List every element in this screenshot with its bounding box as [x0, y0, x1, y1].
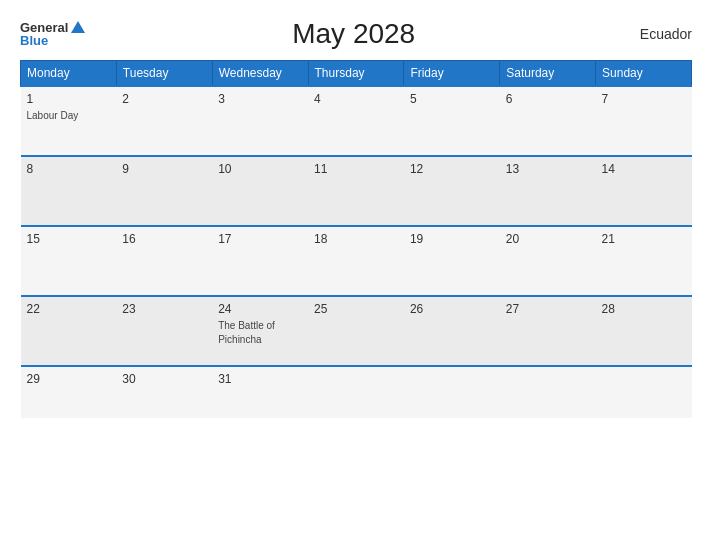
calendar-cell: 8	[21, 156, 117, 226]
calendar-event: The Battle of Pichincha	[218, 320, 275, 345]
calendar-cell: 24The Battle of Pichincha	[212, 296, 308, 366]
calendar-week-row: 1Labour Day234567	[21, 86, 692, 156]
day-number: 1	[27, 92, 111, 106]
day-number: 3	[218, 92, 302, 106]
day-number: 17	[218, 232, 302, 246]
calendar-cell: 22	[21, 296, 117, 366]
col-header-wednesday: Wednesday	[212, 61, 308, 87]
day-number: 21	[602, 232, 686, 246]
calendar-title: May 2028	[85, 18, 622, 50]
col-header-thursday: Thursday	[308, 61, 404, 87]
calendar-cell: 2	[116, 86, 212, 156]
calendar-week-row: 15161718192021	[21, 226, 692, 296]
day-number: 5	[410, 92, 494, 106]
calendar-cell: 1Labour Day	[21, 86, 117, 156]
calendar-week-row: 891011121314	[21, 156, 692, 226]
day-number: 2	[122, 92, 206, 106]
country-label: Ecuador	[622, 26, 692, 42]
col-header-sunday: Sunday	[596, 61, 692, 87]
calendar-cell: 31	[212, 366, 308, 418]
day-number: 22	[27, 302, 111, 316]
day-number: 14	[602, 162, 686, 176]
calendar-cell: 30	[116, 366, 212, 418]
logo-blue: Blue	[20, 34, 85, 47]
day-number: 18	[314, 232, 398, 246]
calendar-cell: 18	[308, 226, 404, 296]
day-number: 31	[218, 372, 302, 386]
day-number: 29	[27, 372, 111, 386]
day-number: 12	[410, 162, 494, 176]
calendar-cell: 26	[404, 296, 500, 366]
day-number: 19	[410, 232, 494, 246]
calendar-cell	[596, 366, 692, 418]
day-number: 23	[122, 302, 206, 316]
calendar-event: Labour Day	[27, 110, 79, 121]
col-header-monday: Monday	[21, 61, 117, 87]
day-number: 20	[506, 232, 590, 246]
calendar-cell: 27	[500, 296, 596, 366]
calendar-cell: 29	[21, 366, 117, 418]
calendar-cell: 17	[212, 226, 308, 296]
calendar-cell: 23	[116, 296, 212, 366]
calendar-cell: 7	[596, 86, 692, 156]
calendar-cell	[404, 366, 500, 418]
logo: General Blue	[20, 21, 85, 47]
calendar-cell: 14	[596, 156, 692, 226]
col-header-tuesday: Tuesday	[116, 61, 212, 87]
day-number: 11	[314, 162, 398, 176]
calendar-table: MondayTuesdayWednesdayThursdayFridaySatu…	[20, 60, 692, 418]
calendar-cell: 5	[404, 86, 500, 156]
calendar-cell: 21	[596, 226, 692, 296]
day-number: 6	[506, 92, 590, 106]
day-number: 15	[27, 232, 111, 246]
day-number: 26	[410, 302, 494, 316]
day-number: 28	[602, 302, 686, 316]
calendar-week-row: 293031	[21, 366, 692, 418]
day-number: 13	[506, 162, 590, 176]
calendar-cell	[308, 366, 404, 418]
calendar-cell: 13	[500, 156, 596, 226]
day-number: 24	[218, 302, 302, 316]
calendar-cell: 16	[116, 226, 212, 296]
col-header-friday: Friday	[404, 61, 500, 87]
day-number: 16	[122, 232, 206, 246]
calendar-cell: 19	[404, 226, 500, 296]
day-number: 25	[314, 302, 398, 316]
day-number: 9	[122, 162, 206, 176]
calendar-cell: 12	[404, 156, 500, 226]
calendar-cell: 6	[500, 86, 596, 156]
day-number: 10	[218, 162, 302, 176]
logo-triangle-icon	[71, 21, 85, 33]
page: General Blue May 2028 Ecuador MondayTues…	[0, 0, 712, 550]
calendar-cell: 28	[596, 296, 692, 366]
calendar-week-row: 222324The Battle of Pichincha25262728	[21, 296, 692, 366]
header: General Blue May 2028 Ecuador	[20, 18, 692, 50]
calendar-cell	[500, 366, 596, 418]
day-number: 27	[506, 302, 590, 316]
calendar-cell: 25	[308, 296, 404, 366]
day-number: 30	[122, 372, 206, 386]
col-header-saturday: Saturday	[500, 61, 596, 87]
calendar-cell: 9	[116, 156, 212, 226]
day-number: 8	[27, 162, 111, 176]
day-number: 4	[314, 92, 398, 106]
calendar-cell: 4	[308, 86, 404, 156]
calendar-cell: 15	[21, 226, 117, 296]
calendar-cell: 3	[212, 86, 308, 156]
calendar-cell: 20	[500, 226, 596, 296]
calendar-cell: 10	[212, 156, 308, 226]
calendar-header-row: MondayTuesdayWednesdayThursdayFridaySatu…	[21, 61, 692, 87]
day-number: 7	[602, 92, 686, 106]
calendar-cell: 11	[308, 156, 404, 226]
